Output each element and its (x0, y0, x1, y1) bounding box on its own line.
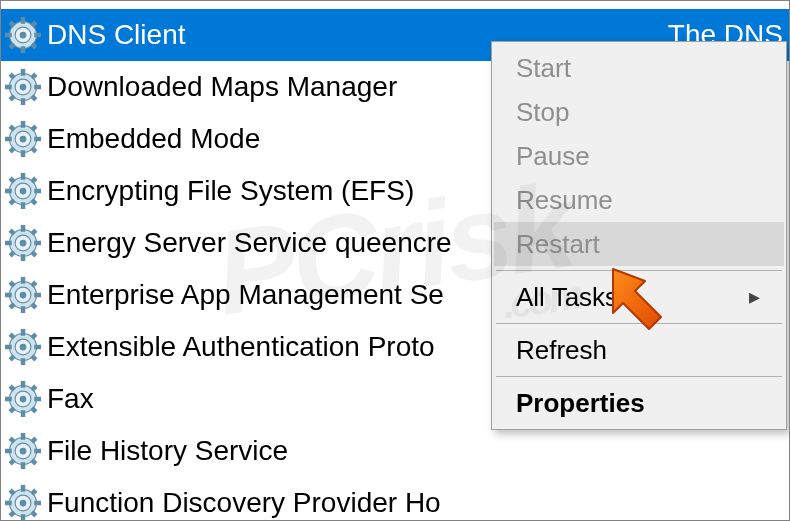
gear-icon (5, 17, 41, 53)
service-name: DNS Client (47, 19, 185, 51)
menu-all-tasks[interactable]: All Tasks ▸ (494, 275, 784, 319)
menu-resume[interactable]: Resume (494, 178, 784, 222)
menu-stop[interactable]: Stop (494, 90, 784, 134)
menu-separator (496, 376, 782, 377)
menu-start[interactable]: Start (494, 46, 784, 90)
menu-separator (496, 323, 782, 324)
gear-icon (5, 173, 41, 209)
service-row[interactable]: Function Discovery Provider Ho (1, 477, 789, 521)
menu-properties[interactable]: Properties (494, 381, 784, 425)
chevron-right-icon: ▸ (749, 284, 760, 310)
menu-separator (496, 270, 782, 271)
menu-pause[interactable]: Pause (494, 134, 784, 178)
gear-icon (5, 433, 41, 469)
service-name: Encrypting File System (EFS) (47, 175, 414, 207)
menu-restart[interactable]: Restart (494, 222, 784, 266)
gear-icon (5, 277, 41, 313)
service-name: Embedded Mode (47, 123, 260, 155)
gear-icon (5, 121, 41, 157)
gear-icon (5, 69, 41, 105)
service-name: Enterprise App Management Se (47, 279, 444, 311)
service-name: File History Service (47, 435, 288, 467)
service-name: Extensible Authentication Proto (47, 331, 435, 363)
service-name: Downloaded Maps Manager (47, 71, 397, 103)
gear-icon (5, 225, 41, 261)
gear-icon (5, 329, 41, 365)
service-row[interactable]: File History Service (1, 425, 789, 477)
gear-icon (5, 381, 41, 417)
menu-refresh[interactable]: Refresh (494, 328, 784, 372)
gear-icon (5, 485, 41, 521)
service-name: Energy Server Service queencre (47, 227, 452, 259)
service-name: Fax (47, 383, 94, 415)
service-name: Function Discovery Provider Ho (47, 487, 441, 519)
context-menu: Start Stop Pause Resume Restart All Task… (491, 41, 787, 430)
